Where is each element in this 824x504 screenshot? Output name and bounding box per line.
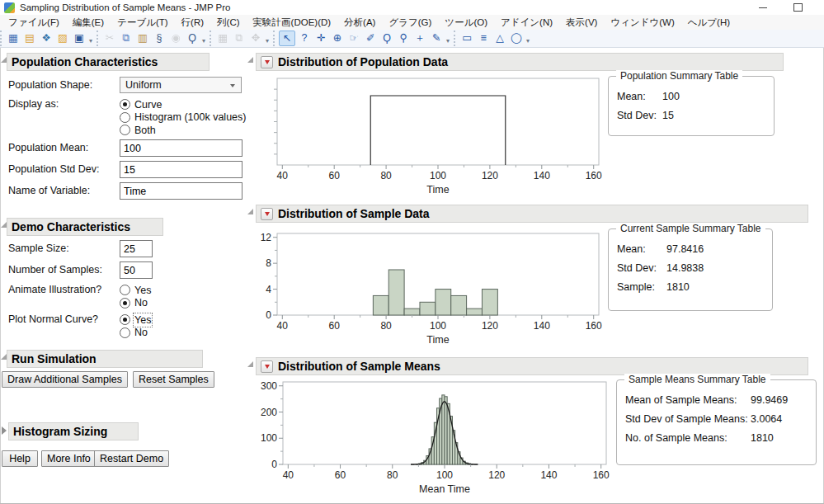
search-icon[interactable]: Ϙ	[185, 31, 200, 45]
plus-tool-icon[interactable]: ＋	[412, 31, 427, 45]
crosshair-tool-icon[interactable]: ✛	[313, 31, 328, 45]
brush-tool-icon[interactable]: ✐	[363, 31, 378, 45]
population-data-header[interactable]: Distribution of Population Data	[256, 53, 784, 71]
chevron-down-icon	[230, 84, 235, 87]
demo-characteristics-header[interactable]: Demo Characteristics	[7, 218, 163, 236]
animate-radio-group: YesNo	[120, 284, 151, 309]
maximize-button[interactable]	[784, 0, 812, 15]
globe-tool-icon[interactable]: ⊕	[330, 31, 345, 45]
run-simulation-header[interactable]: Run Simulation	[7, 350, 203, 368]
script-editor-icon[interactable]: ❖	[39, 31, 54, 45]
summary-label: Std Dev:	[617, 110, 662, 121]
population-std-input[interactable]	[120, 161, 242, 178]
svg-text:100: 100	[261, 432, 277, 444]
annotate-tool-icon[interactable]: ✎	[429, 31, 444, 45]
menu-item-11[interactable]: ウィンドウ(W)	[604, 15, 680, 31]
menu-item-8[interactable]: ツール(O)	[438, 15, 494, 31]
help-tool-icon[interactable]: ?	[297, 31, 312, 45]
open-folder-icon[interactable]: ▨	[55, 31, 70, 45]
summary-label: Sample:	[617, 281, 666, 293]
menu-item-1[interactable]: 編集(E)	[66, 15, 111, 31]
menu-item-4[interactable]: 列(C)	[210, 15, 246, 31]
minimize-button[interactable]	[749, 0, 777, 15]
radio-option-yes[interactable]: Yes	[120, 284, 151, 297]
sample-means-summary-rows: Mean of Sample Means:99.9469Std Dev of S…	[625, 390, 812, 447]
paste-icon[interactable]: ▥	[135, 31, 150, 45]
save-session-icon: ▦	[215, 31, 230, 45]
num-samples-input[interactable]	[120, 261, 153, 279]
red-triangle-menu-button[interactable]	[261, 208, 273, 220]
sample-means-plot[interactable]: 406080100120140160Mean Time0100200300	[261, 382, 619, 499]
red-triangle-menu-button[interactable]	[261, 56, 273, 68]
toolbar-overflow-icon[interactable]: ▾	[526, 37, 530, 46]
collapse-sample-data-icon[interactable]	[247, 209, 253, 214]
menu-item-10[interactable]: 表示(V)	[559, 15, 604, 31]
magnifier-tool-icon[interactable]: ⚲	[396, 31, 411, 45]
lasso-tool-icon[interactable]: Ϙ	[379, 31, 394, 45]
grabber-tool-icon[interactable]: ☞	[346, 31, 361, 45]
population-shape-select[interactable]: Uniform	[120, 77, 242, 93]
population-characteristics-header[interactable]: Population Characteristics	[7, 53, 210, 71]
cut-icon: ✂	[102, 31, 117, 45]
copy-icon[interactable]: ⧉	[119, 31, 134, 45]
population-mean-input[interactable]	[120, 139, 242, 157]
radio-option-histogram-100k-values-[interactable]: Histogram (100k values)	[120, 111, 246, 125]
sample-data-header[interactable]: Distribution of Sample Data	[256, 205, 808, 223]
new-journal-icon[interactable]: ▦	[6, 31, 21, 45]
toolbar-overflow-icon[interactable]: ▾	[266, 37, 269, 46]
sample-size-input[interactable]	[120, 240, 153, 257]
sample-means-header[interactable]: Distribution of Sample Means	[256, 357, 808, 375]
menu-item-6[interactable]: 分析(A)	[337, 15, 382, 31]
radio-option-both[interactable]: Both	[120, 124, 246, 137]
ellipse-icon[interactable]: ◯	[509, 31, 524, 45]
toolbar-group: ↖?✛⊕☞✐Ϙ⚲＋✎▾	[273, 31, 454, 46]
menu-item-3[interactable]: 行(R)	[175, 15, 210, 31]
current-sample-summary-title: Current Sample Summary Table	[616, 223, 765, 234]
collapse-population-data-icon[interactable]	[247, 57, 253, 63]
variable-name-input[interactable]	[120, 182, 242, 200]
population-shape-label: Population Shape:	[8, 79, 92, 91]
histogram-sizing-header[interactable]: Histogram Sizing	[8, 422, 139, 440]
menu-item-9[interactable]: アドイン(N)	[494, 15, 559, 31]
toolbar-overflow-icon[interactable]: ▾	[446, 37, 450, 46]
reset-samples-button[interactable]: Reset Samples	[133, 371, 214, 388]
collapse-run-icon[interactable]	[1, 354, 7, 360]
help-button[interactable]: Help	[2, 450, 38, 467]
radio-option-no[interactable]: No	[120, 327, 151, 340]
collapse-population-icon[interactable]	[1, 57, 7, 63]
text-box-icon[interactable]: ▭	[459, 31, 474, 45]
svg-text:160: 160	[586, 320, 602, 332]
collapse-demo-icon[interactable]	[1, 222, 7, 228]
lines-icon[interactable]: ≡	[476, 31, 491, 45]
collapse-sample-means-icon[interactable]	[247, 361, 253, 367]
open-data-table-icon[interactable]: ▤	[22, 31, 37, 45]
radio-option-curve[interactable]: Curve	[120, 98, 246, 111]
summary-row: Mean:100	[617, 87, 770, 106]
toolbar-overflow-icon[interactable]: ▾	[89, 37, 92, 46]
draw-additional-samples-button[interactable]: Draw Additional Samples	[2, 371, 128, 388]
polygon-icon[interactable]: △	[492, 31, 507, 45]
menu-item-12[interactable]: ヘルプ(H)	[681, 15, 737, 31]
radio-label: Histogram (100k values)	[134, 111, 246, 123]
save-icon[interactable]: ▣	[72, 31, 87, 45]
summary-label: No. of Sample Means:	[625, 432, 751, 444]
sample-data-plot[interactable]: 406080100120140160Time04812	[261, 233, 612, 350]
menu-item-5[interactable]: 実験計画(DOE)(D)	[247, 15, 338, 31]
red-triangle-menu-button[interactable]	[261, 360, 273, 373]
summary-value: 97.8416	[666, 243, 704, 255]
menu-item-0[interactable]: ファイル(F)	[2, 15, 66, 31]
expand-histogram-sizing-icon[interactable]	[2, 426, 7, 435]
arrow-tool-icon[interactable]: ↖	[279, 31, 295, 46]
summary-row: Mean of Sample Means:99.9469	[625, 390, 812, 409]
toolbar-overflow-icon[interactable]: ▾	[202, 37, 205, 46]
radio-option-yes[interactable]: Yes	[120, 313, 151, 327]
menu-item-2[interactable]: テーブル(T)	[111, 15, 175, 31]
population-data-plot[interactable]: 406080100120140160Time	[261, 78, 612, 200]
more-info-button[interactable]: More Info	[41, 450, 97, 467]
journal-icon[interactable]: §	[152, 31, 167, 45]
minimize-icon	[759, 7, 767, 8]
population-mean-label: Population Mean:	[8, 142, 88, 153]
menu-item-7[interactable]: グラフ(G)	[382, 15, 438, 31]
radio-option-no[interactable]: No	[120, 297, 151, 310]
restart-demo-button[interactable]: Restart Demo	[94, 450, 169, 467]
